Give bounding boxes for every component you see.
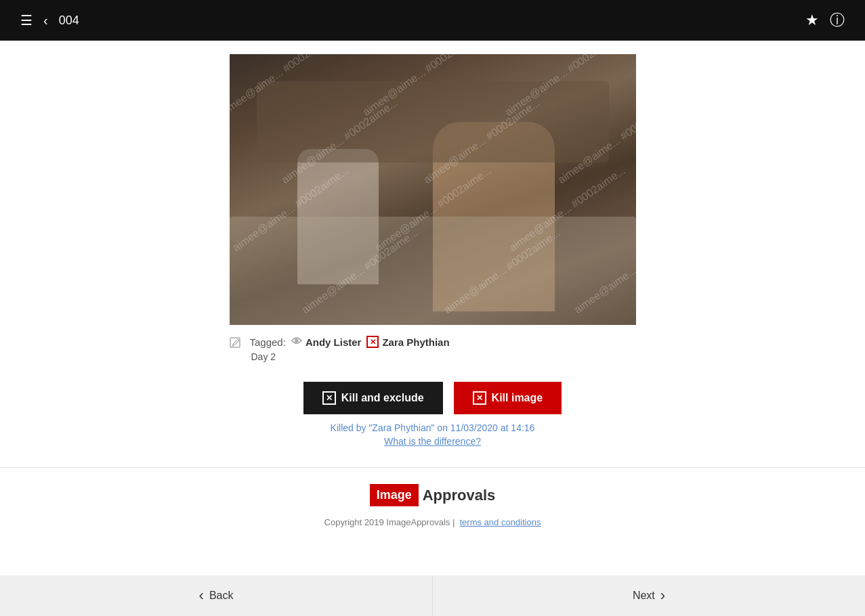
logo-image-box: Image Approvals: [370, 484, 496, 506]
kill-image-label: Kill image: [492, 392, 543, 404]
copyright-text: Copyright 2019 ImageApprovals |: [324, 517, 455, 527]
killed-status: Killed by "Zara Phythian" on 11/03/2020 …: [331, 422, 535, 433]
header: ☰ ‹ 004 ★ ⓘ: [0, 0, 865, 41]
kill-image-button[interactable]: ✕ Kill image: [454, 382, 562, 414]
kill-image-x-icon: ✕: [473, 391, 486, 405]
kill-and-exclude-button[interactable]: ✕ Kill and exclude: [303, 382, 443, 414]
logo-image-text: Image: [370, 484, 419, 506]
logo-approvals-text: Approvals: [419, 487, 496, 504]
kill-exclude-label: Kill and exclude: [341, 392, 424, 404]
terms-link[interactable]: terms and conditions: [460, 517, 541, 527]
tagged-info: Tagged: 👁 Andy Lister ✕ Zara Phythian Da…: [250, 336, 450, 363]
tagged-row: Tagged: 👁 Andy Lister ✕ Zara Phythian: [250, 336, 450, 348]
person-tag-zara: ✕ Zara Phythian: [366, 336, 449, 348]
edit-icon[interactable]: [230, 337, 242, 352]
header-back-icon[interactable]: ‹: [43, 13, 48, 28]
day-label: Day 2: [251, 351, 276, 362]
person-name-andy: Andy Lister: [305, 336, 362, 348]
back-button[interactable]: Back: [0, 575, 433, 616]
next-arrow-icon: [660, 587, 665, 604]
info-icon[interactable]: ⓘ: [830, 10, 845, 30]
day-tag: Day 2: [250, 351, 450, 363]
what-is-difference-link[interactable]: What is the difference?: [384, 436, 481, 447]
person-tag-andy: 👁 Andy Lister: [291, 336, 362, 348]
next-label: Next: [633, 590, 655, 602]
next-button[interactable]: Next: [433, 575, 865, 616]
header-right: ★ ⓘ: [805, 10, 845, 30]
tagged-section: Tagged: 👁 Andy Lister ✕ Zara Phythian Da…: [230, 336, 636, 363]
footer-nav: Back Next: [0, 575, 865, 616]
star-icon[interactable]: ★: [805, 12, 819, 29]
back-arrow-icon: [199, 587, 204, 604]
image-placeholder: aimee@aime... #0002aime... aimee@aime...…: [230, 54, 636, 325]
copyright-line: Copyright 2019 ImageApprovals | terms an…: [324, 517, 541, 527]
image-counter: 004: [59, 14, 79, 28]
eye-icon: 👁: [291, 336, 302, 348]
image-container: aimee@aime... #0002aime... aimee@aime...…: [230, 54, 636, 325]
tagged-label: Tagged:: [250, 336, 286, 348]
section-divider: [0, 467, 865, 468]
person-name-zara: Zara Phythian: [382, 336, 449, 348]
main-content: aimee@aime... #0002aime... aimee@aime...…: [0, 41, 865, 548]
header-left: ☰ ‹ 004: [20, 12, 79, 28]
kill-exclude-x-icon: ✕: [322, 391, 336, 405]
x-box-icon-zara: ✕: [366, 336, 379, 348]
logo-area: Image Approvals: [370, 484, 496, 506]
hamburger-icon[interactable]: ☰: [20, 12, 33, 28]
buttons-row: ✕ Kill and exclude ✕ Kill image: [303, 382, 562, 414]
back-label: Back: [209, 590, 234, 602]
